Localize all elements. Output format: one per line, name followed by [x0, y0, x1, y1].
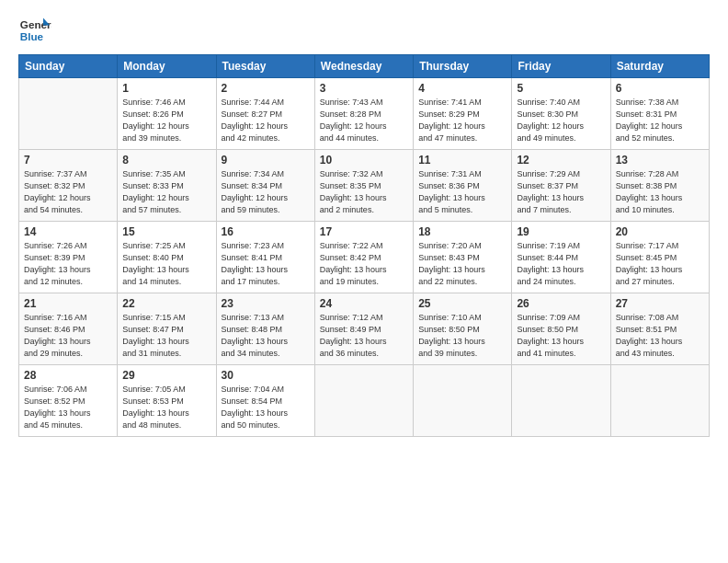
- day-number: 23: [222, 297, 310, 310]
- day-number: 7: [24, 154, 112, 167]
- cell-info: Sunrise: 7:19 AM Sunset: 8:44 PM Dayligh…: [517, 240, 605, 288]
- header-cell-saturday: Saturday: [610, 55, 709, 78]
- calendar-cell: 5Sunrise: 7:40 AM Sunset: 8:30 PM Daylig…: [512, 78, 610, 150]
- cell-info: Sunrise: 7:09 AM Sunset: 8:50 PM Dayligh…: [517, 312, 605, 360]
- header-cell-sunday: Sunday: [19, 55, 118, 78]
- calendar-cell: 28Sunrise: 7:06 AM Sunset: 8:52 PM Dayli…: [19, 365, 118, 437]
- day-number: 13: [616, 154, 704, 167]
- day-number: 30: [222, 369, 310, 382]
- calendar-cell: 2Sunrise: 7:44 AM Sunset: 8:27 PM Daylig…: [216, 78, 314, 150]
- day-number: 3: [320, 82, 408, 95]
- day-number: 9: [222, 154, 310, 167]
- day-number: 25: [418, 297, 506, 310]
- day-number: 24: [320, 297, 408, 310]
- calendar-cell: 27Sunrise: 7:08 AM Sunset: 8:51 PM Dayli…: [610, 293, 709, 365]
- cell-info: Sunrise: 7:37 AM Sunset: 8:32 PM Dayligh…: [24, 168, 112, 216]
- logo-icon: General Blue: [18, 14, 51, 47]
- cell-info: Sunrise: 7:31 AM Sunset: 8:36 PM Dayligh…: [418, 168, 506, 216]
- calendar-cell: 10Sunrise: 7:32 AM Sunset: 8:35 PM Dayli…: [314, 150, 413, 222]
- svg-text:Blue: Blue: [20, 30, 44, 42]
- calendar-body: 1Sunrise: 7:46 AM Sunset: 8:26 PM Daylig…: [19, 78, 710, 437]
- cell-info: Sunrise: 7:08 AM Sunset: 8:51 PM Dayligh…: [616, 312, 704, 360]
- day-number: 8: [122, 154, 210, 167]
- calendar-cell: [19, 78, 118, 150]
- cell-info: Sunrise: 7:13 AM Sunset: 8:48 PM Dayligh…: [222, 312, 310, 360]
- cell-info: Sunrise: 7:40 AM Sunset: 8:30 PM Dayligh…: [517, 97, 605, 144]
- day-number: 29: [122, 369, 210, 382]
- calendar-cell: 26Sunrise: 7:09 AM Sunset: 8:50 PM Dayli…: [512, 293, 610, 365]
- calendar-cell: 13Sunrise: 7:28 AM Sunset: 8:38 PM Dayli…: [610, 150, 709, 222]
- calendar-cell: 24Sunrise: 7:12 AM Sunset: 8:49 PM Dayli…: [314, 293, 413, 365]
- calendar-cell: 9Sunrise: 7:34 AM Sunset: 8:34 PM Daylig…: [216, 150, 314, 222]
- day-number: 27: [616, 297, 704, 310]
- calendar-cell: 21Sunrise: 7:16 AM Sunset: 8:46 PM Dayli…: [19, 293, 118, 365]
- cell-info: Sunrise: 7:44 AM Sunset: 8:27 PM Dayligh…: [222, 97, 310, 144]
- cell-info: Sunrise: 7:06 AM Sunset: 8:52 PM Dayligh…: [24, 384, 112, 431]
- logo: General Blue: [18, 14, 51, 47]
- calendar-cell: [314, 365, 413, 437]
- day-number: 19: [517, 225, 605, 238]
- header-cell-monday: Monday: [118, 55, 216, 78]
- cell-info: Sunrise: 7:04 AM Sunset: 8:54 PM Dayligh…: [222, 384, 310, 431]
- cell-info: Sunrise: 7:46 AM Sunset: 8:26 PM Dayligh…: [122, 97, 210, 144]
- calendar-cell: 6Sunrise: 7:38 AM Sunset: 8:31 PM Daylig…: [610, 78, 709, 150]
- day-number: 11: [418, 154, 506, 167]
- calendar-cell: 16Sunrise: 7:23 AM Sunset: 8:41 PM Dayli…: [216, 222, 314, 293]
- calendar-cell: 4Sunrise: 7:41 AM Sunset: 8:29 PM Daylig…: [414, 78, 512, 150]
- cell-info: Sunrise: 7:10 AM Sunset: 8:50 PM Dayligh…: [418, 312, 506, 360]
- cell-info: Sunrise: 7:38 AM Sunset: 8:31 PM Dayligh…: [616, 97, 704, 144]
- calendar-cell: 3Sunrise: 7:43 AM Sunset: 8:28 PM Daylig…: [314, 78, 413, 150]
- day-number: 14: [24, 225, 112, 238]
- day-number: 10: [320, 154, 408, 167]
- week-row-0: 1Sunrise: 7:46 AM Sunset: 8:26 PM Daylig…: [19, 78, 710, 150]
- day-number: 21: [24, 297, 112, 310]
- cell-info: Sunrise: 7:23 AM Sunset: 8:41 PM Dayligh…: [222, 240, 310, 288]
- header-cell-wednesday: Wednesday: [314, 55, 413, 78]
- header-cell-thursday: Thursday: [414, 55, 512, 78]
- day-number: 15: [122, 225, 210, 238]
- week-row-2: 14Sunrise: 7:26 AM Sunset: 8:39 PM Dayli…: [19, 222, 710, 293]
- header: General Blue: [18, 14, 710, 47]
- cell-info: Sunrise: 7:35 AM Sunset: 8:33 PM Dayligh…: [122, 168, 210, 216]
- calendar-cell: 22Sunrise: 7:15 AM Sunset: 8:47 PM Dayli…: [118, 293, 216, 365]
- day-number: 16: [222, 225, 310, 238]
- calendar-cell: [512, 365, 610, 437]
- calendar-cell: 17Sunrise: 7:22 AM Sunset: 8:42 PM Dayli…: [314, 222, 413, 293]
- cell-info: Sunrise: 7:22 AM Sunset: 8:42 PM Dayligh…: [320, 240, 408, 288]
- cell-info: Sunrise: 7:32 AM Sunset: 8:35 PM Dayligh…: [320, 168, 408, 216]
- cell-info: Sunrise: 7:12 AM Sunset: 8:49 PM Dayligh…: [320, 312, 408, 360]
- cell-info: Sunrise: 7:34 AM Sunset: 8:34 PM Dayligh…: [222, 168, 310, 216]
- cell-info: Sunrise: 7:15 AM Sunset: 8:47 PM Dayligh…: [122, 312, 210, 360]
- day-number: 6: [616, 82, 704, 95]
- cell-info: Sunrise: 7:20 AM Sunset: 8:43 PM Dayligh…: [418, 240, 506, 288]
- calendar-cell: 8Sunrise: 7:35 AM Sunset: 8:33 PM Daylig…: [118, 150, 216, 222]
- calendar-cell: 19Sunrise: 7:19 AM Sunset: 8:44 PM Dayli…: [512, 222, 610, 293]
- header-cell-friday: Friday: [512, 55, 610, 78]
- day-number: 28: [24, 369, 112, 382]
- cell-info: Sunrise: 7:16 AM Sunset: 8:46 PM Dayligh…: [24, 312, 112, 360]
- day-number: 4: [418, 82, 506, 95]
- cell-info: Sunrise: 7:26 AM Sunset: 8:39 PM Dayligh…: [24, 240, 112, 288]
- calendar-cell: 20Sunrise: 7:17 AM Sunset: 8:45 PM Dayli…: [610, 222, 709, 293]
- calendar-cell: 14Sunrise: 7:26 AM Sunset: 8:39 PM Dayli…: [19, 222, 118, 293]
- cell-info: Sunrise: 7:05 AM Sunset: 8:53 PM Dayligh…: [122, 384, 210, 431]
- day-number: 26: [517, 297, 605, 310]
- cell-info: Sunrise: 7:43 AM Sunset: 8:28 PM Dayligh…: [320, 97, 408, 144]
- calendar-cell: 1Sunrise: 7:46 AM Sunset: 8:26 PM Daylig…: [118, 78, 216, 150]
- header-cell-tuesday: Tuesday: [216, 55, 314, 78]
- cell-info: Sunrise: 7:17 AM Sunset: 8:45 PM Dayligh…: [616, 240, 704, 288]
- week-row-4: 28Sunrise: 7:06 AM Sunset: 8:52 PM Dayli…: [19, 365, 710, 437]
- calendar-cell: 7Sunrise: 7:37 AM Sunset: 8:32 PM Daylig…: [19, 150, 118, 222]
- cell-info: Sunrise: 7:28 AM Sunset: 8:38 PM Dayligh…: [616, 168, 704, 216]
- calendar-cell: 25Sunrise: 7:10 AM Sunset: 8:50 PM Dayli…: [414, 293, 512, 365]
- day-number: 18: [418, 225, 506, 238]
- calendar-cell: 15Sunrise: 7:25 AM Sunset: 8:40 PM Dayli…: [118, 222, 216, 293]
- cell-info: Sunrise: 7:29 AM Sunset: 8:37 PM Dayligh…: [517, 168, 605, 216]
- calendar-header-row: SundayMondayTuesdayWednesdayThursdayFrid…: [19, 55, 710, 78]
- calendar-cell: 18Sunrise: 7:20 AM Sunset: 8:43 PM Dayli…: [414, 222, 512, 293]
- day-number: 1: [122, 82, 210, 95]
- day-number: 2: [222, 82, 310, 95]
- calendar-cell: 30Sunrise: 7:04 AM Sunset: 8:54 PM Dayli…: [216, 365, 314, 437]
- calendar-cell: 12Sunrise: 7:29 AM Sunset: 8:37 PM Dayli…: [512, 150, 610, 222]
- week-row-3: 21Sunrise: 7:16 AM Sunset: 8:46 PM Dayli…: [19, 293, 710, 365]
